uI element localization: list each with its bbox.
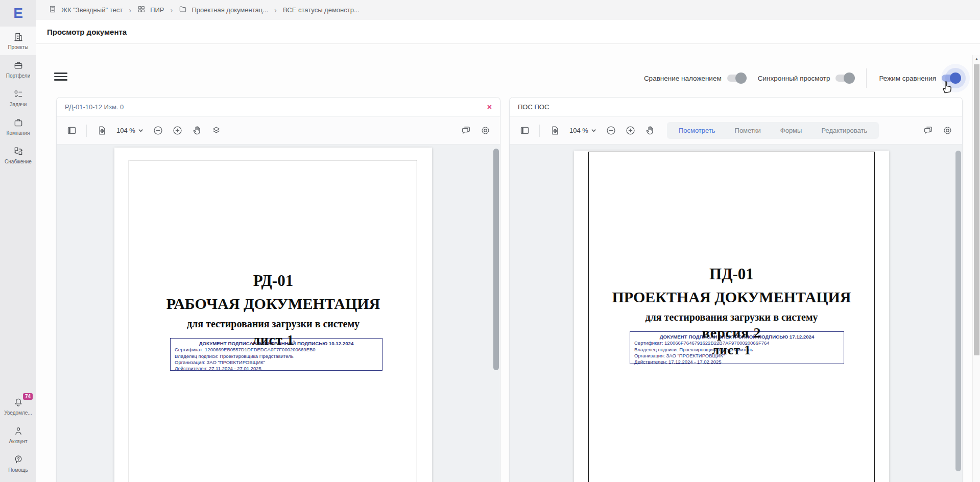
breadcrumb-label: Проектная документац... — [192, 6, 268, 14]
sidebar-item-account[interactable]: Аккаунт — [0, 421, 36, 449]
sync-view-toggle[interactable] — [835, 75, 854, 82]
briefcase-icon — [13, 60, 23, 71]
sidebar-panel-toggle-button[interactable] — [516, 122, 533, 139]
tab-annotations[interactable]: Пометки — [725, 124, 771, 137]
help-icon — [13, 454, 23, 466]
swap-boxes-icon — [13, 146, 23, 157]
compare-controls: Сравнение наложением Синхронный просмотр… — [644, 69, 960, 87]
divider — [86, 125, 87, 137]
viewer-settings-gear-icon[interactable] — [939, 122, 956, 139]
bell-icon — [13, 397, 23, 408]
breadcrumb-item-project[interactable]: ЖК "Звездный" тест — [49, 5, 123, 15]
pan-hand-button[interactable] — [188, 122, 206, 139]
comments-button[interactable] — [457, 122, 474, 139]
zoom-out-button[interactable] — [150, 122, 167, 139]
page-title: Просмотр документа — [47, 28, 127, 36]
chevron-right-icon: › — [129, 6, 131, 14]
divider — [866, 68, 867, 88]
close-icon[interactable]: × — [487, 103, 492, 111]
stamp-organization: Организация: ЗАО "ПРОЕКТИРОВЩИК" — [175, 359, 378, 366]
sidebar-item-notifications[interactable]: 74 Уведомле... — [0, 392, 36, 421]
breadcrumb: ЖК "Звездный" тест › ПИР › Проектная док… — [36, 0, 980, 20]
menu-hamburger-button[interactable] — [54, 70, 67, 83]
right-document-area[interactable]: ПД-01 ПРОЕКТНАЯ ДОКУМЕНТАЦИЯ для тестиро… — [510, 144, 962, 482]
app-logo[interactable]: E — [0, 0, 36, 27]
sidebar-item-company[interactable]: Компания — [0, 112, 36, 141]
chevron-right-icon: › — [274, 6, 277, 14]
viewer-mode-tabs: Посмотреть Пометки Формы Редактировать — [667, 122, 879, 139]
page-settings-icon[interactable] — [546, 122, 563, 139]
sync-view-toggle-group[interactable]: Синхронный просмотр — [758, 75, 854, 82]
page-header: Просмотр документа — [36, 20, 980, 44]
sidebar-item-portfolios[interactable]: Портфели — [0, 55, 36, 84]
page-settings-icon[interactable] — [93, 122, 110, 139]
building-icon — [49, 5, 57, 15]
zoom-in-button[interactable] — [622, 122, 639, 139]
sidebar-item-projects[interactable]: Проекты — [0, 27, 36, 55]
doc-code: РД-01 — [114, 272, 432, 290]
breadcrumb-item-folder[interactable]: Проектная документац... — [179, 5, 268, 15]
breadcrumb-label: ВСЕ статусы демонстр... — [283, 6, 360, 14]
tab-forms[interactable]: Формы — [771, 124, 812, 137]
right-document-page: ПД-01 ПРОЕКТНАЯ ДОКУМЕНТАЦИЯ для тестиро… — [574, 151, 889, 482]
breadcrumb-label: ЖК "Звездный" тест — [61, 6, 123, 14]
folder-icon — [179, 5, 187, 15]
tab-edit[interactable]: Редактировать — [811, 124, 877, 137]
zoom-in-button[interactable] — [169, 122, 186, 139]
building-icon — [13, 32, 23, 43]
sidebar-item-tasks[interactable]: Задачи — [0, 84, 36, 112]
overlay-compare-toggle-group[interactable]: Сравнение наложением — [644, 75, 746, 82]
zoom-out-button[interactable] — [603, 122, 620, 139]
left-pdf-toolbar: 104 % — [57, 117, 500, 144]
overlay-compare-toggle[interactable] — [727, 75, 746, 82]
sidebar: E Проекты Портфели Задачи Компания Снабж… — [0, 0, 36, 482]
breadcrumb-item-pir[interactable]: ПИР — [137, 5, 164, 15]
breadcrumb-item-document[interactable]: ВСЕ статусы демонстр... — [283, 6, 360, 14]
app-root: E Проекты Портфели Задачи Компания Снабж… — [0, 0, 980, 482]
sync-view-label: Синхронный просмотр — [758, 75, 830, 82]
right-panel-scrollbar[interactable] — [955, 151, 961, 471]
left-document-page: РД-01 РАБОЧАЯ ДОКУМЕНТАЦИЯ для тестирова… — [114, 148, 432, 482]
suitcase-icon — [13, 117, 23, 129]
pan-hand-button[interactable] — [641, 122, 659, 139]
window-scrollbar[interactable]: ▲ — [972, 55, 980, 482]
divider — [539, 125, 540, 137]
zoom-level-control[interactable]: 104 % — [112, 127, 148, 134]
right-viewer-panel: ПОС ПОС 104 % Посмотреть Пометки Формы Р… — [509, 97, 963, 482]
layers-button[interactable] — [208, 122, 225, 139]
zoom-level-control[interactable]: 104 % — [565, 127, 601, 134]
sidebar-item-label: Снабжение — [5, 159, 32, 164]
right-viewer-titlebar: ПОС ПОС — [510, 98, 962, 117]
left-panel-scrollbar[interactable] — [493, 149, 499, 370]
sidebar-item-label: Компания — [7, 130, 30, 136]
breadcrumb-label: ПИР — [150, 6, 164, 14]
grid-icon — [137, 5, 146, 15]
comments-button[interactable] — [919, 122, 937, 139]
right-pdf-toolbar: 104 % Посмотреть Пометки Формы Редактиро… — [510, 117, 962, 144]
tab-view[interactable]: Посмотреть — [669, 124, 725, 137]
viewer-settings-gear-icon[interactable] — [476, 122, 494, 139]
left-document-title: РД-01-10-12 Изм. 0 — [65, 103, 124, 111]
sidebar-item-help[interactable]: Помощь — [0, 449, 36, 478]
sidebar-panel-toggle-button[interactable] — [63, 122, 80, 139]
doc-type: ПРОЕКТНАЯ ДОКУМЕНТАЦИЯ — [574, 288, 889, 306]
sidebar-item-label: Помощь — [8, 467, 28, 473]
sidebar-item-supply[interactable]: Снабжение — [0, 141, 36, 170]
doc-code: ПД-01 — [574, 265, 889, 283]
version-mark: версия 2 — [574, 325, 889, 341]
scroll-up-arrow-icon[interactable]: ▲ — [973, 57, 980, 61]
sidebar-item-label: Аккаунт — [9, 439, 27, 444]
stamp-validity: Действителен: 17.12.2024 - 17.02.2025 — [634, 359, 840, 365]
window-scrollbar-thumb[interactable] — [974, 64, 979, 355]
doc-subtitle: для тестирования загрузки в систему — [114, 318, 432, 330]
left-document-area[interactable]: РД-01 РАБОЧАЯ ДОКУМЕНТАЦИЯ для тестирова… — [57, 144, 500, 482]
mouse-cursor-icon — [940, 79, 955, 95]
sidebar-item-label: Уведомле... — [4, 410, 32, 416]
doc-subtitle: для тестирования загрузки в систему — [574, 311, 889, 323]
left-viewer-panel: РД-01-10-12 Изм. 0 × 104 % РД-01 РАБОЧАЯ — [56, 97, 500, 482]
stamp-validity: Действителен: 27.11.2024 - 27.01.2025 — [175, 366, 378, 372]
zoom-level-value: 104 % — [569, 127, 588, 134]
sheet-number: лист 1 — [114, 332, 432, 348]
left-viewer-titlebar: РД-01-10-12 Изм. 0 × — [57, 98, 500, 117]
user-icon — [13, 426, 23, 437]
